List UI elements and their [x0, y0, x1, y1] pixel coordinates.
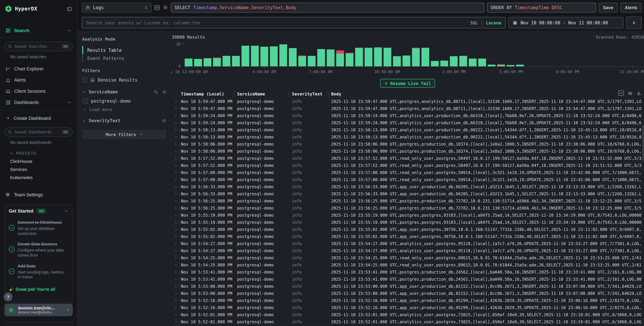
save-button[interactable]: Save [599, 3, 618, 12]
filter-value-postgresql-demo[interactable]: postgresql-demo [82, 99, 166, 104]
row-expand-icon[interactable] [174, 242, 178, 245]
table-row[interactable]: Nov 10 5:54:25.000 PM postgresql-demo in… [171, 254, 644, 261]
table-row[interactable]: Nov 10 5:59:24.000 PM postgresql-demo in… [171, 119, 644, 126]
get-started-step[interactable]: Create Data Sources Configure where your… [9, 241, 68, 258]
create-dashboard-button[interactable]: Create Dashboard [0, 113, 77, 123]
histogram-bar[interactable] [317, 49, 325, 66]
run-query-button[interactable] [626, 17, 642, 29]
view-source-icon[interactable] [618, 90, 624, 96]
row-expand-icon[interactable] [174, 249, 178, 252]
row-expand-icon[interactable] [174, 270, 178, 274]
presets-header[interactable]: PRESETS [0, 150, 77, 157]
download-icon[interactable] [636, 91, 641, 96]
row-expand-icon[interactable] [174, 320, 178, 324]
row-expand-icon[interactable] [174, 228, 178, 231]
pin-icon[interactable] [162, 118, 166, 123]
table-row[interactable]: Nov 10 5:58:06.000 PM postgresql-demo in… [171, 141, 644, 148]
resume-live-tail-button[interactable]: Resume Live Tail [380, 79, 435, 88]
row-expand-icon[interactable] [174, 185, 178, 189]
table-row[interactable]: Nov 10 5:55:02.000 PM postgresql-demo in… [171, 233, 644, 240]
row-expand-icon[interactable] [174, 235, 178, 238]
histogram-bar[interactable] [308, 56, 316, 66]
column-resize-handle[interactable] [288, 91, 289, 97]
row-expand-icon[interactable] [174, 135, 178, 139]
histogram-bar[interactable] [346, 53, 354, 66]
histogram-bar[interactable] [384, 48, 391, 66]
histogram-bar[interactable] [242, 46, 249, 66]
sidebar-item-team-settings[interactable]: Team Settings [0, 190, 77, 199]
mode-results-table[interactable]: Results Table [82, 46, 166, 54]
more-filters-button[interactable]: More filters [82, 130, 166, 139]
histogram-bar[interactable] [327, 50, 334, 66]
table-row[interactable]: Nov 10 5:57:00.000 PM postgresql-demo in… [171, 176, 644, 183]
row-expand-icon[interactable] [174, 313, 178, 316]
histogram-bar[interactable] [251, 46, 259, 66]
histogram-bar[interactable] [260, 47, 268, 66]
row-expand-icon[interactable] [174, 157, 178, 160]
histogram-bar[interactable] [270, 46, 278, 66]
collapse-sidebar-icon[interactable] [67, 6, 72, 12]
histogram-bar[interactable] [478, 59, 486, 66]
histogram-bar[interactable] [185, 59, 192, 66]
table-row[interactable]: Nov 10 5:55:02.000 PM postgresql-demo in… [171, 226, 644, 233]
histogram-bar[interactable] [204, 58, 212, 66]
source-select[interactable]: Logs [82, 3, 152, 12]
row-expand-icon[interactable] [174, 306, 178, 309]
row-expand-icon[interactable] [174, 214, 178, 217]
histogram-bar[interactable] [393, 56, 401, 66]
histogram-bar[interactable] [440, 61, 448, 66]
histogram-bar[interactable] [450, 56, 458, 66]
row-expand-icon[interactable] [174, 199, 178, 203]
chevron-up-icon[interactable] [67, 28, 72, 33]
preset-item-kubernetes[interactable]: Kubernetes [0, 173, 77, 181]
histogram-bar[interactable] [213, 58, 221, 66]
table-row[interactable]: Nov 10 5:53:41.000 PM postgresql-demo in… [171, 268, 644, 275]
select-clause-input[interactable]: SELECT Timestamp,ServiceName,SeverityTex… [171, 3, 484, 12]
row-expand-icon[interactable] [174, 114, 178, 118]
table-row[interactable]: Nov 10 5:57:52.000 PM postgresql-demo in… [171, 155, 644, 162]
row-expand-icon[interactable] [174, 192, 178, 196]
histogram-bar[interactable] [194, 59, 202, 66]
table-row[interactable]: Nov 10 5:56:25.000 PM postgresql-demo in… [171, 204, 644, 212]
histogram-bar[interactable] [374, 47, 382, 66]
histogram-bar[interactable] [289, 48, 297, 66]
scrollbar[interactable] [642, 125, 644, 161]
user-profile[interactable]: D dominic.tran@clic... dominic.tran@clic… [4, 304, 73, 316]
get-started-step[interactable]: Connect to ClickHouse Set up your databa… [9, 219, 68, 236]
row-expand-icon[interactable] [174, 221, 178, 224]
table-row[interactable]: Nov 10 5:52:16.000 PM postgresql-demo in… [171, 297, 644, 304]
table-row[interactable]: Nov 10 5:57:52.000 PM postgresql-demo in… [171, 162, 644, 169]
sidebar-item-chart-explorer[interactable]: Chart Explorer [0, 63, 77, 75]
chevron-up-icon[interactable] [67, 100, 72, 105]
preset-item-services[interactable]: Services [0, 165, 77, 173]
table-row[interactable]: Nov 10 5:55:19.000 PM postgresql-demo in… [171, 212, 644, 219]
histogram-bar[interactable] [222, 56, 230, 66]
column-header-body[interactable]: Body [331, 91, 341, 97]
orderby-input[interactable]: ORDER BY TimestampTime DESC [487, 3, 596, 12]
histogram-bar[interactable] [469, 59, 476, 66]
table-row[interactable]: Nov 10 5:59:24.000 PM postgresql-demo in… [171, 112, 644, 119]
filter-group-severitytext[interactable]: SeverityText [82, 118, 166, 123]
table-row[interactable]: Nov 10 5:58:13.000 PM postgresql-demo in… [171, 133, 644, 141]
table-row[interactable]: Nov 10 5:54:27.000 PM postgresql-demo in… [171, 240, 644, 247]
table-row[interactable]: Nov 10 5:57:00.000 PM postgresql-demo in… [171, 169, 644, 176]
sidebar-item-alerts[interactable]: Alerts [0, 75, 77, 86]
row-expand-icon[interactable] [174, 263, 178, 267]
pin-icon[interactable] [162, 90, 166, 94]
row-expand-icon[interactable] [174, 143, 178, 146]
row-expand-icon[interactable] [174, 292, 178, 295]
row-expand-icon[interactable] [174, 128, 178, 132]
table-row[interactable]: Nov 10 5:56:25.000 PM postgresql-demo in… [171, 197, 644, 204]
row-expand-icon[interactable] [174, 278, 178, 281]
table-row[interactable]: Nov 10 5:59:47.000 PM postgresql-demo in… [171, 105, 644, 112]
row-expand-icon[interactable] [174, 164, 178, 167]
column-header-timestamp[interactable]: Timestamp (Local) [181, 91, 224, 97]
sidebar-item-dashboards[interactable]: Dashboards [0, 97, 77, 108]
sql-toggle[interactable]: SQL [470, 20, 478, 25]
saved-dashboards-input[interactable]: Saved Dashboards ⌘K [4, 127, 73, 137]
histogram-bar[interactable] [336, 51, 344, 66]
denoise-checkbox-row[interactable]: Denoise Results [82, 78, 166, 83]
logo[interactable]: HyperDX [5, 5, 38, 13]
row-expand-icon[interactable] [174, 285, 178, 288]
column-resize-handle[interactable] [328, 91, 328, 97]
